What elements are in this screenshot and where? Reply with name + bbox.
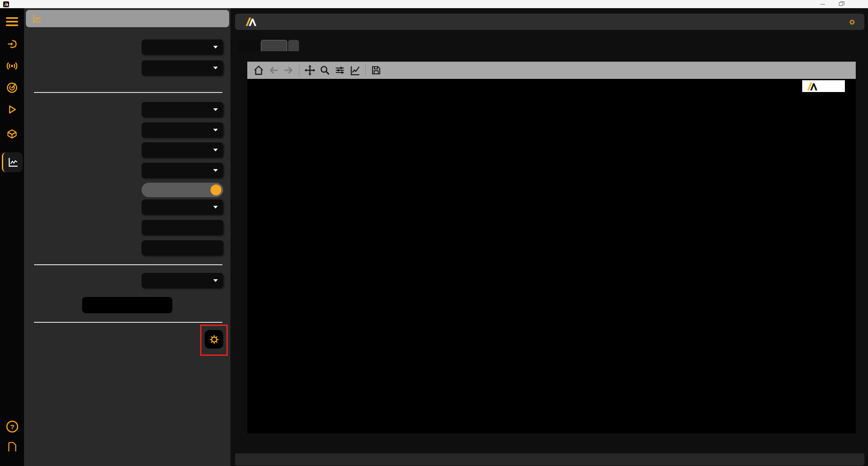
import-scenario-button[interactable] [0,35,24,53]
sidebar-rail: ? [0,8,24,466]
back-button[interactable] [267,63,280,77]
statusbar [235,453,864,466]
chart-icon [32,14,42,24]
plot-figure [247,79,856,433]
zoom-icon [319,65,330,76]
chevron-down-icon [213,279,218,282]
cube-icon [6,128,18,140]
tab-results[interactable] [238,40,260,51]
save-icon [371,65,382,76]
play-icon [6,104,18,115]
home-icon [253,65,264,76]
tab-results-2[interactable] [261,40,287,51]
minimize-button[interactable] [814,0,832,8]
grid-size-dropdown[interactable] [142,142,223,158]
pan-icon [304,64,316,76]
back-icon [268,65,279,76]
ansys-logo [245,16,280,27]
num-pix-xrng-input[interactable] [142,240,223,256]
interpolation-dropdown[interactable] [142,163,223,178]
app-header [235,14,864,30]
forward-button[interactable] [282,63,295,77]
plot-toolbar [247,62,856,79]
chevron-down-icon [213,108,218,111]
category-dropdown[interactable] [142,60,223,76]
toolbar-separator [365,65,366,76]
chart-icon [7,156,19,168]
solution-dropdown[interactable] [142,39,223,55]
divider [34,92,222,93]
postprocessing-2d-button[interactable] [2,152,23,172]
menu-button[interactable] [0,13,24,31]
main-area [230,8,868,466]
radar-icon [6,82,18,94]
home-button[interactable] [252,63,265,77]
import-icon [6,38,18,50]
forward-icon [283,65,294,76]
zoom-button[interactable] [318,63,332,77]
menu-icon [6,17,18,26]
help-glyph: ? [10,423,14,431]
antenna-icon [6,60,18,72]
model-3d-button[interactable] [0,125,24,143]
function-dropdown[interactable] [142,122,223,138]
num-pix-rng-input[interactable] [142,220,223,235]
titlebar [0,0,868,8]
run-simulation-button[interactable] [0,100,24,118]
radar-scenario-button[interactable] [0,78,24,97]
plot-button[interactable] [82,297,172,313]
customize-button[interactable] [348,63,362,77]
log-button[interactable] [0,441,24,450]
gear-icon [849,18,855,27]
subplots-icon [334,65,345,76]
antenna-button[interactable] [0,57,24,75]
toolbar-separator [299,65,299,76]
help-button[interactable]: ? [0,420,24,433]
close-button[interactable] [850,0,868,8]
toggle-knob [211,184,221,195]
divider [34,264,222,265]
chevron-down-icon [213,206,218,209]
log-icon [6,441,18,453]
polarization-dropdown[interactable] [142,102,223,117]
ansys-logo [806,82,841,91]
chevron-down-icon [213,67,218,69]
help-icon: ? [5,420,19,433]
app-icon [3,1,9,7]
chevron-down-icon [213,149,218,151]
save-button[interactable] [369,63,383,77]
chevron-down-icon [213,46,218,49]
window-dropdown[interactable] [142,199,223,215]
subplots-button[interactable] [333,63,347,77]
divider [34,322,222,323]
pan-button[interactable] [303,63,317,77]
app-window: ? [0,0,868,466]
restore-button[interactable] [832,0,850,8]
app-settings-button[interactable] [846,16,858,28]
target-dropdown[interactable] [142,273,223,288]
tab-add[interactable] [288,40,299,51]
plot-canvas[interactable] [247,79,856,433]
postprocessing-panel [24,8,230,466]
highlight-box [200,325,228,356]
ansys-watermark [802,80,845,92]
chevron-down-icon [213,169,218,172]
customize-icon [349,65,361,76]
panel-header [26,10,229,27]
extrapolate-toggle[interactable] [142,183,223,197]
chevron-down-icon [213,129,218,131]
